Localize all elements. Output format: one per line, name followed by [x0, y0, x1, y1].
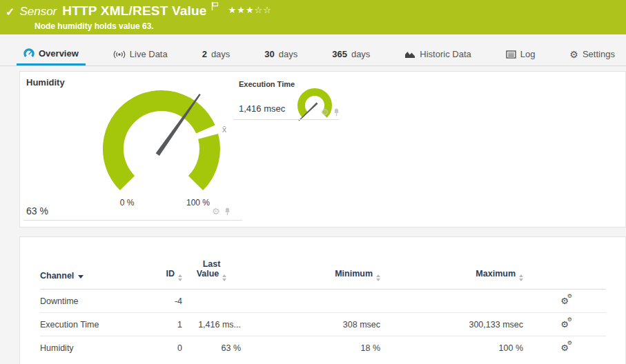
- area-chart-icon: [404, 50, 415, 59]
- status-check-icon: ✓: [6, 6, 14, 19]
- cell-maximum: 100 %: [380, 336, 523, 360]
- cell-channel: Humidity: [40, 336, 144, 360]
- settings-gear-icon: ⚙: [569, 50, 578, 59]
- humidity-widget-controls: ⚙: [212, 207, 231, 216]
- average-marker-label: x̄: [222, 124, 227, 134]
- execution-widget-controls: ⚙: [321, 108, 340, 117]
- tab-bar: Overview Live Data 2 days 30 days 365 da…: [0, 43, 626, 66]
- tab-settings[interactable]: ⚙ Settings: [563, 43, 622, 65]
- tab-live-data-label: Live Data: [130, 49, 168, 59]
- channel-settings-icon[interactable]: ⚙⚙: [560, 319, 569, 330]
- column-header-minimum-label: Minimum: [335, 269, 373, 279]
- column-header-id-label: ID: [166, 269, 175, 279]
- tab-log[interactable]: Log: [499, 43, 542, 65]
- cell-last-value: [182, 290, 241, 313]
- sort-icon: [222, 274, 226, 281]
- column-header-value-label: Value: [197, 269, 219, 279]
- cell-minimum: [241, 290, 380, 313]
- humidity-scale-min: 0 %: [110, 198, 144, 208]
- tab-365-days-number: 365: [332, 49, 347, 59]
- execution-current-value: 1,416 msec: [239, 103, 285, 114]
- execution-widget-divider: [233, 119, 339, 120]
- cell-channel: Downtime: [40, 290, 144, 313]
- column-header-channel-label: Channel: [40, 271, 74, 281]
- sort-descending-icon: [78, 275, 84, 279]
- pin-icon[interactable]: [333, 108, 340, 117]
- sensor-status-message: Node humidity holds value 63.: [35, 21, 154, 31]
- channels-panel: Channel ID Last Value Minimum Maximum: [19, 236, 626, 364]
- column-header-actions: [523, 256, 606, 290]
- cell-maximum: 300,133 msec: [380, 313, 523, 336]
- tab-settings-label: Settings: [583, 49, 615, 59]
- column-header-maximum-label: Maximum: [476, 269, 516, 279]
- gear-icon[interactable]: ⚙: [321, 108, 329, 117]
- live-data-icon: [113, 50, 126, 59]
- tab-365-days-unit: days: [351, 49, 370, 59]
- humidity-gauge: x̄: [86, 77, 241, 197]
- cell-id: -4: [144, 290, 182, 313]
- tab-historic-data-label: Historic Data: [420, 49, 471, 59]
- log-icon: [506, 50, 516, 59]
- table-header-row: Channel ID Last Value Minimum Maximum: [40, 256, 606, 290]
- sensor-kind-label: Sensor: [19, 5, 57, 19]
- cell-last-value: 63 %: [182, 336, 241, 360]
- tab-overview[interactable]: Overview: [17, 43, 86, 65]
- column-header-last-label: Last: [203, 259, 221, 269]
- execution-gauge-title: Execution Time: [239, 80, 295, 88]
- pin-icon[interactable]: [224, 208, 231, 216]
- cell-maximum: [380, 290, 523, 313]
- table-row-execution-time: Execution Time 1 1,416 ms... 308 msec 30…: [40, 313, 606, 336]
- channel-settings-icon[interactable]: ⚙⚙: [560, 296, 569, 306]
- channels-table: Channel ID Last Value Minimum Maximum: [40, 256, 606, 359]
- sensor-title: HTTP XML/REST Value: [62, 3, 206, 19]
- tab-2-days[interactable]: 2 days: [195, 43, 237, 65]
- gear-icon[interactable]: ⚙: [212, 207, 220, 216]
- column-header-channel[interactable]: Channel: [40, 256, 144, 290]
- tab-30-days-unit: days: [279, 49, 297, 59]
- sort-icon: [519, 274, 523, 281]
- humidity-current-value: 63 %: [26, 205, 48, 216]
- cell-minimum: 308 msec: [241, 313, 380, 336]
- tab-overview-label: Overview: [39, 48, 79, 59]
- tab-historic-data[interactable]: Historic Data: [398, 43, 478, 65]
- sensor-header: ✓ Sensor HTTP XML/REST Value ★★★☆☆ Node …: [0, 0, 626, 34]
- gauges-panel: Humidity x̄ 0 % 100 % 63 % ⚙ Execution T…: [19, 71, 626, 228]
- column-header-maximum[interactable]: Maximum: [380, 256, 523, 290]
- tab-365-days[interactable]: 365 days: [325, 43, 377, 65]
- tab-30-days[interactable]: 30 days: [257, 43, 304, 65]
- tab-log-label: Log: [520, 49, 536, 59]
- cell-channel: Execution Time: [40, 313, 144, 336]
- stars-filled: ★★★: [228, 5, 255, 15]
- humidity-widget-divider: [23, 220, 242, 221]
- tab-30-days-number: 30: [264, 49, 274, 59]
- column-header-id[interactable]: ID: [144, 256, 182, 290]
- channel-settings-icon[interactable]: ⚙⚙: [560, 343, 569, 353]
- cell-id: 1: [144, 313, 182, 336]
- tab-2-days-unit: days: [211, 49, 230, 59]
- tab-live-data[interactable]: Live Data: [106, 43, 175, 65]
- table-row-downtime: Downtime -4 ⚙⚙: [40, 290, 606, 313]
- column-header-last-value[interactable]: Last Value: [182, 256, 241, 290]
- execution-gauge: [290, 81, 340, 130]
- cell-minimum: 18 %: [241, 336, 380, 360]
- sensor-title-line: ✓ Sensor HTTP XML/REST Value ★★★☆☆: [6, 3, 272, 19]
- cell-last-value: 1,416 ms...: [182, 313, 241, 336]
- sort-icon: [376, 274, 380, 281]
- flag-icon[interactable]: [211, 1, 219, 14]
- stars-empty: ☆☆: [255, 5, 272, 15]
- priority-stars[interactable]: ★★★☆☆: [228, 5, 272, 15]
- tab-2-days-number: 2: [202, 49, 207, 59]
- humidity-gauge-title: Humidity: [26, 77, 65, 88]
- sort-icon: [178, 274, 182, 281]
- cell-id: 0: [144, 336, 182, 360]
- gauge-icon: [23, 48, 35, 59]
- table-row-humidity: Humidity 0 63 % 18 % 100 % ⚙⚙: [40, 336, 606, 360]
- column-header-minimum[interactable]: Minimum: [241, 256, 380, 290]
